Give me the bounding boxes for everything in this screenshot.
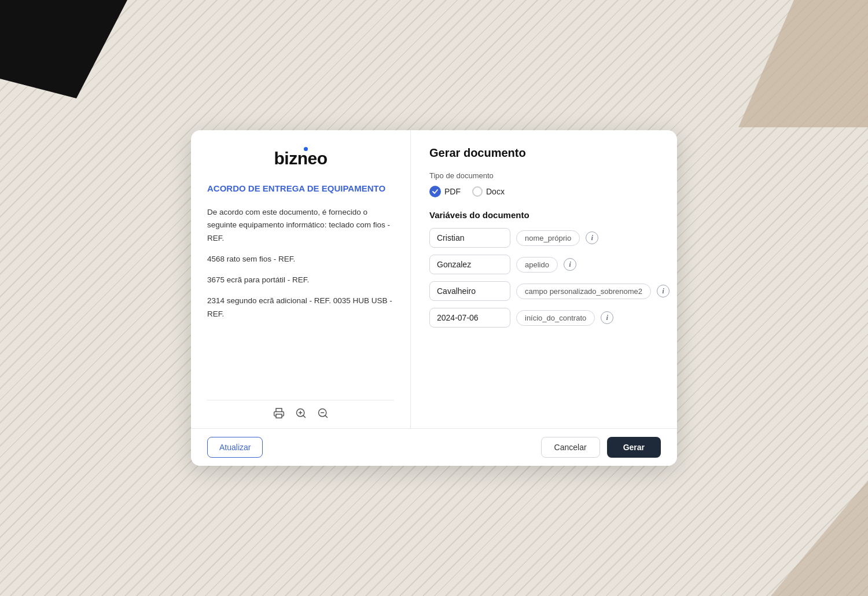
info-icon-sobrenome[interactable]: i <box>657 285 670 297</box>
variable-row-4: início_do_contrato i <box>429 308 670 328</box>
var-input-sobrenome[interactable] <box>429 281 510 301</box>
footer-right: Cancelar Gerar <box>541 437 661 458</box>
doc-para-3: 3675 ecrã para portátil - REF. <box>207 274 394 286</box>
docx-label: Docx <box>486 187 505 196</box>
zoom-out-icon[interactable] <box>317 407 329 419</box>
logo: bizneo <box>274 149 327 168</box>
svg-line-6 <box>325 415 327 418</box>
right-panel: Gerar documento Tipo de documento PDF Do… <box>411 130 677 428</box>
cancelar-button[interactable]: Cancelar <box>541 437 600 458</box>
docx-option[interactable]: Docx <box>472 186 505 197</box>
doc-title: ACORDO DE ENTREGA DE EQUIPAMENTO <box>207 182 394 194</box>
var-tag-sobrenome: campo personalizado_sobrenome2 <box>516 284 651 299</box>
var-input-apelido[interactable] <box>429 255 510 274</box>
info-icon-nome[interactable]: i <box>586 231 598 244</box>
radio-group: PDF Docx <box>429 186 670 197</box>
var-tag-apelido: apelido <box>516 257 558 273</box>
pdf-option[interactable]: PDF <box>429 186 461 197</box>
variable-row-1: nome_próprio i <box>429 228 670 248</box>
info-icon-contrato[interactable]: i <box>601 311 613 324</box>
dialog: bizneo ACORDO DE ENTREGA DE EQUIPAMENTO … <box>191 130 677 466</box>
var-tag-contrato: início_do_contrato <box>516 310 595 326</box>
svg-rect-0 <box>276 414 282 418</box>
section-title: Gerar documento <box>429 146 670 160</box>
doc-para-4: 2314 segundo ecrã adicional - REF. 0035 … <box>207 295 394 321</box>
doc-type-label: Tipo de documento <box>429 171 670 180</box>
var-tag-nome: nome_próprio <box>516 230 580 246</box>
zoom-in-icon[interactable] <box>295 407 307 419</box>
docx-radio-circle <box>472 186 483 197</box>
variables-title: Variáveis do documento <box>429 210 670 220</box>
dialog-body: bizneo ACORDO DE ENTREGA DE EQUIPAMENTO … <box>191 130 677 428</box>
logo-area: bizneo <box>207 149 394 168</box>
left-panel: bizneo ACORDO DE ENTREGA DE EQUIPAMENTO … <box>191 130 411 428</box>
info-icon-apelido[interactable]: i <box>564 258 576 271</box>
atualizar-button[interactable]: Atualizar <box>207 437 263 458</box>
var-input-nome[interactable] <box>429 228 510 248</box>
dialog-footer: Atualizar Cancelar Gerar <box>191 428 677 466</box>
pdf-label: PDF <box>444 187 461 196</box>
doc-para-2: 4568 rato sem fios - REF. <box>207 253 394 266</box>
doc-content: De acordo com este documento, é fornecid… <box>207 206 394 395</box>
variable-row-2: apelido i <box>429 255 670 274</box>
doc-toolbar <box>207 400 394 419</box>
var-input-contrato[interactable] <box>429 308 510 328</box>
variable-row-3: campo personalizado_sobrenome2 i <box>429 281 670 301</box>
pdf-check-circle <box>429 186 441 197</box>
gerar-button[interactable]: Gerar <box>607 437 661 458</box>
doc-para-1: De acordo com este documento, é fornecid… <box>207 206 394 245</box>
print-icon[interactable] <box>273 407 285 419</box>
svg-line-2 <box>303 415 305 418</box>
